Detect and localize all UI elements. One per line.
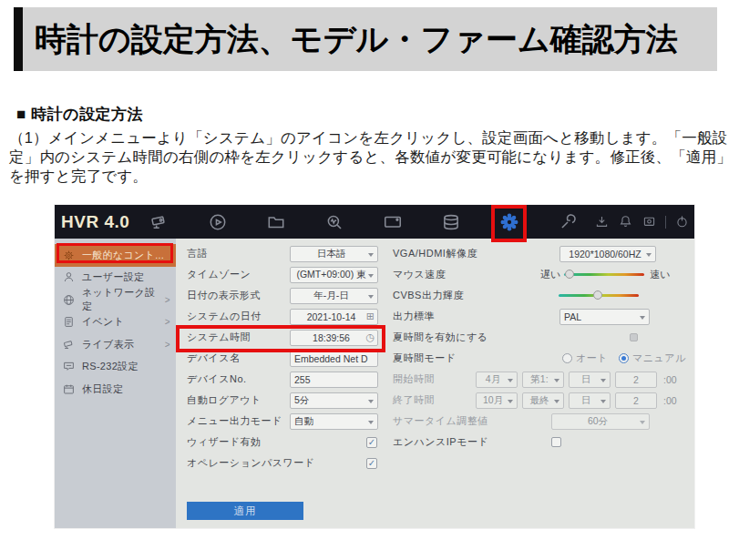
dropdown-arrow-icon [368,274,374,278]
end-day-select[interactable]: 日 [569,392,611,409]
event-hint-icon[interactable] [641,214,657,229]
smart-analysis-icon[interactable] [321,211,348,233]
maintenance-wrench-icon[interactable] [554,211,581,233]
live-view-icon[interactable] [146,211,173,233]
timezone-select[interactable]: (GMT+09:00) 東 [290,267,378,283]
chevron-right-icon: > [165,340,170,350]
system-time-input[interactable]: 18:39:56◷ [290,330,378,346]
field-system-date: システムの日付 2021-10-14⊞ [187,306,385,327]
hvr-settings-screenshot: HVR 4.0 [55,205,694,528]
download-icon[interactable] [594,214,610,229]
topbar: HVR 4.0 [55,205,694,239]
start-time-suffix: :00 [663,374,677,385]
field-dst-enable: 夏時間を有効にする [393,327,692,348]
device-name-input[interactable]: Embedded Net D [290,351,378,367]
slider-min-label: 遅い [540,268,560,281]
storage-icon[interactable] [437,211,465,233]
start-week-select[interactable]: 第1: [522,372,564,388]
end-hour-input[interactable]: 2 [615,392,657,409]
resolution-select[interactable]: 1920*1080/60HZ [559,246,656,262]
alarm-bell-icon[interactable] [618,214,633,229]
heading-square-marker: ■ [16,106,26,123]
cvbs-brightness-slider[interactable] [559,294,639,297]
slider-knob[interactable] [565,270,574,279]
sidebar-item-general-control[interactable]: 一般的なコント... [55,244,176,267]
end-time-suffix: :00 [663,395,677,406]
field-date-format: 日付の表示形式 年-月-日 [187,285,385,306]
camera-config-icon[interactable] [379,211,406,233]
field-menu-output-mode: メニュー出力モード 自動 [187,411,385,432]
dropdown-arrow-icon [508,379,513,382]
section-heading: ■ 時計の設定方法 [16,104,143,125]
page: 時計の設定方法、モデル・ファーム確認方法 ■ 時計の設定方法 （1）メインメニュ… [0,0,739,560]
section-heading-text: 時計の設定方法 [31,106,143,123]
dropdown-arrow-icon [368,421,374,424]
field-enhanced-ip-mode: エンハンスIPモード [393,432,692,453]
sidebar-item-live-view[interactable]: ライブ表示 > [55,333,176,356]
dropdown-arrow-icon [600,379,606,382]
dst-mode-manual-radio[interactable] [619,353,629,363]
dropdown-arrow-icon [554,400,559,403]
device-no-input[interactable]: 255 [290,372,378,388]
field-language: 言語 日本語 [187,243,385,264]
language-select[interactable]: 日本語 [290,246,378,262]
auto-logout-select[interactable]: 5分 [290,392,378,409]
start-month-select[interactable]: 4月 [476,372,518,388]
title-accent-bar [14,7,23,71]
apply-button[interactable]: 適用 [187,502,303,520]
end-week-select[interactable]: 最終 [522,392,564,409]
dropdown-arrow-icon [368,400,374,403]
toolbar [146,205,581,239]
settings-column-left: 言語 日本語 タイムゾーン (GMT+09:00) 東 日付の表示形式 年-月-… [187,243,385,473]
sidebar-item-event[interactable]: イベント > [55,311,176,334]
dropdown-arrow-icon [508,400,513,403]
chevron-right-icon: > [165,295,170,305]
instruction-paragraph: （1）メインメニューより「システム」のアイコンを左クリックし、設定画面へと移動し… [9,128,736,186]
end-month-select[interactable]: 10月 [476,392,518,409]
title-banner: 時計の設定方法、モデル・ファーム確認方法 [14,7,717,71]
start-day-select[interactable]: 日 [569,372,611,388]
calendar-icon: ⊞ [366,311,375,322]
system-date-input[interactable]: 2021-10-14⊞ [290,309,378,325]
date-format-select[interactable]: 年-月-日 [290,288,378,304]
dst-bias-select[interactable]: 60分 [551,413,650,430]
file-management-icon[interactable] [262,211,290,233]
sidebar-item-rs232-settings[interactable]: RS-232設定 [55,356,176,379]
chevron-right-icon: > [165,317,170,327]
mouse-speed-slider[interactable] [564,273,644,276]
field-mouse-speed: マウス速度 遅い 速い [393,264,692,285]
dst-enable-checkbox[interactable] [630,333,638,341]
sidebar-item-holiday-settings[interactable]: 休日設定 [55,378,176,401]
slider-knob[interactable] [593,290,602,300]
field-start-time: 開始時間 4月 第1: 日 2 :00 [393,369,692,390]
wizard-enable-checkbox[interactable]: ✓ [366,437,377,448]
slider-max-label: 速い [650,268,670,281]
sidebar-item-network-settings[interactable]: ネットワーク設定 > [55,289,176,311]
field-end-time: 終了時間 10月 最終 日 2 :00 [393,390,692,411]
field-wizard-enable: ウィザード有効 ✓ [187,432,385,453]
dropdown-arrow-icon [640,316,645,320]
app-logo: HVR 4.0 [61,205,129,239]
menu-output-select[interactable]: 自動 [290,413,378,430]
enhanced-ip-checkbox[interactable] [551,437,561,447]
start-hour-input[interactable]: 2 [615,372,657,388]
field-auto-logout: 自動ログアウト 5分 [187,390,385,411]
dropdown-arrow-icon [368,253,374,257]
dropdown-arrow-icon [600,400,606,403]
dropdown-arrow-icon [368,295,374,299]
field-timezone: タイムゾーン (GMT+09:00) 東 [187,264,385,285]
power-icon[interactable] [674,214,690,229]
settings-column-right: VGA/HDMI解像度 1920*1080/60HZ マウス速度 遅い 速い C… [393,243,692,453]
field-dst-mode: 夏時間モード オート マニュアル [393,348,692,369]
system-settings-gear-icon[interactable] [496,211,523,233]
field-operation-password: オペレーションパスワード ✓ [187,453,385,473]
field-resolution: VGA/HDMI解像度 1920*1080/60HZ [393,243,692,264]
dst-mode-auto-radio[interactable] [562,353,572,363]
dropdown-arrow-icon [554,379,559,382]
output-standard-select[interactable]: PAL [559,309,650,325]
field-device-name: デバイス名 Embedded Net D [187,348,385,369]
page-title: 時計の設定方法、モデル・ファーム確認方法 [23,18,678,61]
operation-password-checkbox[interactable]: ✓ [366,458,377,469]
sidebar: 一般的なコント... ユーザー設定 ネットワーク設定 > イベント > ライブ表… [55,239,176,528]
playback-icon[interactable] [204,211,231,233]
